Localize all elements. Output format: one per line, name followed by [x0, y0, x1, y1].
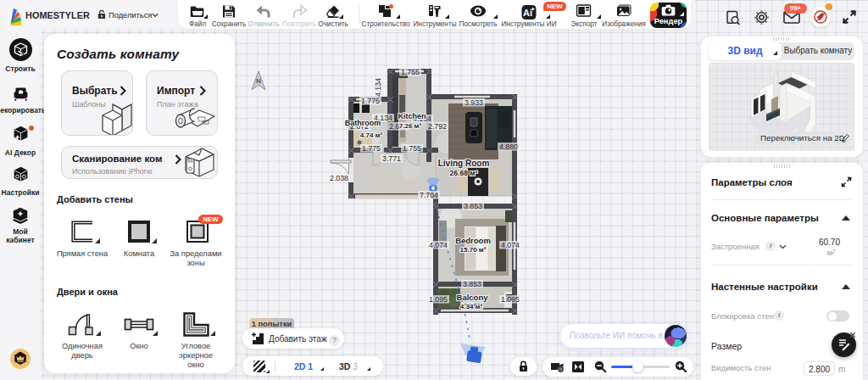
svg-text:4.34 м²: 4.34 м²	[460, 303, 483, 310]
svg-text:Living Room: Living Room	[438, 159, 490, 168]
svg-text:26.68 м²: 26.68 м²	[450, 169, 478, 177]
svg-text:4.880: 4.880	[499, 142, 518, 151]
svg-text:4.134: 4.134	[374, 78, 382, 97]
svg-text:Bedroom: Bedroom	[455, 236, 491, 245]
svg-text:3.853: 3.853	[463, 280, 481, 288]
svg-text:2.038: 2.038	[330, 174, 348, 182]
svg-text:4.074: 4.074	[501, 241, 520, 249]
svg-text:7.26 м²: 7.26 м²	[399, 122, 422, 130]
svg-text:1.775: 1.775	[362, 144, 381, 153]
svg-text:Bathroom: Bathroom	[345, 119, 381, 127]
svg-text:4.74 м²: 4.74 м²	[360, 131, 383, 139]
svg-text:1.755: 1.755	[403, 144, 421, 153]
svg-text:N: N	[256, 77, 261, 85]
svg-text:3.771: 3.771	[382, 154, 401, 163]
svg-text:1.095: 1.095	[429, 295, 448, 304]
svg-text:Balcony: Balcony	[457, 293, 489, 302]
svg-text:15.70 м²: 15.70 м²	[460, 246, 487, 254]
svg-text:Ai: Ai	[523, 8, 532, 18]
svg-text:4.074: 4.074	[429, 241, 448, 249]
svg-text:1.755: 1.755	[401, 68, 420, 76]
svg-text:3.933: 3.933	[465, 98, 483, 107]
svg-text:7.704: 7.704	[420, 191, 438, 199]
svg-text:2.792: 2.792	[428, 122, 447, 131]
svg-text:1.775: 1.775	[361, 97, 380, 105]
svg-text:3.853: 3.853	[464, 202, 482, 210]
svg-text:Kitchen: Kitchen	[398, 112, 426, 120]
svg-text:1.095: 1.095	[501, 295, 520, 304]
